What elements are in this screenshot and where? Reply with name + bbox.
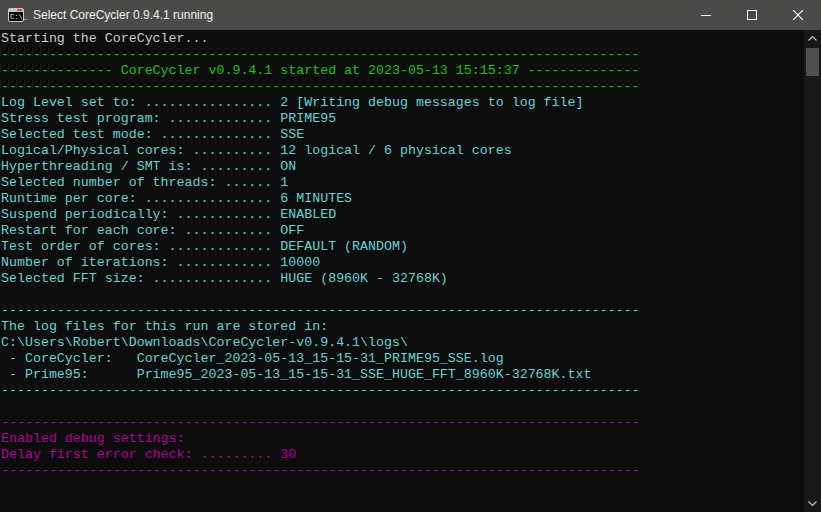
console-line: ----------------------------------------…: [1, 383, 804, 399]
console-line: Test order of cores: ............. DEFAU…: [1, 239, 804, 255]
console-line: Selected test mode: .............. SSE: [1, 127, 804, 143]
console-line: ----------------------------------------…: [1, 47, 804, 63]
console-line: Selected number of threads: ...... 1: [1, 175, 804, 191]
window-controls: [683, 0, 821, 30]
cmd-console-icon[interactable]: ■■ C:\_: [8, 8, 24, 22]
console-output: Starting the CoreCycler...--------------…: [1, 31, 804, 511]
console-line: Stress test program: ............. PRIME…: [1, 111, 804, 127]
scroll-down-icon: [808, 501, 817, 506]
console-line: - CoreCycler: CoreCycler_2023-05-13_15-1…: [1, 351, 804, 367]
titlebar[interactable]: ■■ C:\_ Select CoreCycler 0.9.4.1 runnin…: [0, 0, 821, 30]
console-line: Runtime per core: ................ 6 MIN…: [1, 191, 804, 207]
console-line: C:\Users\Robert\Downloads\CoreCycler-v0.…: [1, 335, 804, 351]
scroll-up-button[interactable]: [804, 30, 821, 47]
maximize-icon: [747, 10, 757, 20]
console-line: [1, 399, 804, 415]
console-window: ■■ C:\_ Select CoreCycler 0.9.4.1 runnin…: [0, 0, 821, 512]
cmd-icon-buttons: ■■: [17, 9, 22, 12]
minimize-button[interactable]: [683, 0, 729, 30]
close-button[interactable]: [775, 0, 821, 30]
console-line: ----------------------------------------…: [1, 303, 804, 319]
scrollbar-thumb[interactable]: [806, 48, 819, 76]
console-line: ----------------------------------------…: [1, 79, 804, 95]
console-line: Enabled debug settings:: [1, 431, 804, 447]
cmd-icon-prompt-text: C:\_: [10, 13, 27, 21]
close-icon: [793, 10, 803, 20]
console-line: Suspend periodically: ............ ENABL…: [1, 207, 804, 223]
console-line: Selected FFT size: ............... HUGE …: [1, 271, 804, 287]
minimize-icon: [701, 10, 711, 20]
console-line: ----------------------------------------…: [1, 415, 804, 431]
console-line: Hyperthreading / SMT is: ......... ON: [1, 159, 804, 175]
console-line: Logical/Physical cores: .......... 12 lo…: [1, 143, 804, 159]
console-viewport: Starting the CoreCycler...--------------…: [0, 30, 821, 512]
console-line: - Prime95: Prime95_2023-05-13_15-15-31_S…: [1, 367, 804, 383]
vertical-scrollbar[interactable]: [804, 30, 821, 512]
scroll-up-icon: [808, 36, 817, 41]
window-title: Select CoreCycler 0.9.4.1 running: [33, 8, 213, 22]
console-line: Restart for each core: ........... OFF: [1, 223, 804, 239]
console-line: Delay first error check: ......... 30: [1, 447, 804, 463]
console-line: Starting the CoreCycler...: [1, 31, 804, 47]
maximize-button[interactable]: [729, 0, 775, 30]
console-line: -------------- CoreCycler v0.9.4.1 start…: [1, 63, 804, 79]
console-line: Log Level set to: ................ 2 [Wr…: [1, 95, 804, 111]
scroll-down-button[interactable]: [804, 495, 821, 512]
console-line: ----------------------------------------…: [1, 463, 804, 479]
console-line: Number of iterations: ............ 10000: [1, 255, 804, 271]
console-line: [1, 479, 804, 495]
console-line: [1, 287, 804, 303]
console-line: The log files for this run are stored in…: [1, 319, 804, 335]
console-line: [1, 495, 804, 511]
